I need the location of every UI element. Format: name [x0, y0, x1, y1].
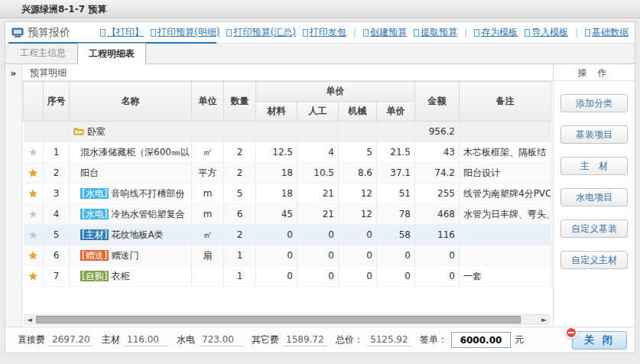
- table-row[interactable]: ★3[水电]音响线不打槽部份m518211251255线管为南塑牌4分PVC: [24, 184, 551, 204]
- horizontal-scrollbar[interactable]: ◄ ►: [24, 314, 550, 325]
- tag-badge: [赠送]: [80, 250, 109, 261]
- cell-amount: 43: [415, 142, 460, 163]
- scrollbar-thumb[interactable]: [36, 316, 521, 323]
- item-name-label: 衣柜: [111, 271, 129, 281]
- cell-amount: 956.2: [415, 122, 460, 142]
- cell-qty: 6: [224, 204, 256, 225]
- table-row[interactable]: ★7[自购]衣柜100000一套: [24, 266, 551, 287]
- cell-material: 0: [256, 266, 297, 287]
- scroll-right-arrow[interactable]: ►: [539, 315, 549, 324]
- cell-machine: 0: [339, 266, 377, 287]
- cell-no: 3: [44, 184, 70, 204]
- favorite-star[interactable]: ★: [28, 229, 38, 241]
- col-header-qty: 数量: [224, 82, 256, 122]
- col-header-star: [24, 82, 44, 122]
- cell-no: 2: [44, 163, 70, 184]
- cell-amount: 0: [415, 266, 460, 287]
- tag-badge: [自购]: [80, 271, 109, 281]
- tab-bar: 工程主信息工程明细表: [5, 44, 635, 64]
- link-print-budget-summary[interactable]: 打印预算(汇总): [226, 26, 295, 39]
- window-titlebar: 兴源绿洲8-1-7 预算: [0, 0, 640, 18]
- favorite-star[interactable]: ★: [28, 187, 38, 200]
- cell-star: [24, 122, 44, 142]
- toolbar-links: 【打印】打印预算(明细)打印预算(汇总)打印发包|创建预算提取预算|存为模板导入…: [100, 26, 629, 39]
- btn-base-install-item[interactable]: 基装项目: [560, 125, 628, 144]
- cell-remark: 阳台设计: [460, 163, 551, 184]
- sign-amount-input[interactable]: [451, 332, 511, 348]
- link-create-budget[interactable]: 创建预算: [363, 26, 407, 39]
- doc-icon: [303, 29, 308, 37]
- cell-remark: [460, 225, 551, 245]
- link-label: 创建预算: [370, 26, 407, 39]
- table-row[interactable]: ★5[主材]花纹地板A类㎡200058116: [24, 225, 551, 245]
- close-button-label: 关 闭: [584, 334, 615, 346]
- cell-price: 58: [377, 225, 415, 245]
- cell-machine: 8.6: [339, 163, 377, 184]
- cell-name: 阳台: [70, 163, 192, 184]
- btn-plumbing-electric[interactable]: 水电项目: [560, 188, 628, 206]
- doc-icon: [100, 29, 106, 37]
- cell-no: 1: [44, 142, 70, 163]
- item-name-label: 赠送门: [111, 250, 138, 261]
- cell-amount: 74.2: [415, 163, 460, 184]
- link-label: 存为模板: [481, 26, 518, 39]
- tab-project-detail[interactable]: 工程明细表: [77, 43, 146, 64]
- main-material-fee-label: 主材: [102, 333, 120, 346]
- favorite-star[interactable]: ★: [28, 249, 38, 262]
- cell-unit: 扇: [192, 245, 224, 266]
- cell-remark: 一套: [460, 266, 551, 287]
- link-print[interactable]: 【打印】: [100, 26, 144, 39]
- favorite-star[interactable]: ★: [28, 167, 38, 179]
- cell-machine: 12: [339, 204, 377, 225]
- link-extract-budget[interactable]: 提取预算: [414, 26, 457, 39]
- category-row[interactable]: 卧室956.2: [24, 122, 551, 142]
- link-label: 打印发包: [310, 26, 346, 39]
- cell-material: 18: [256, 163, 297, 184]
- btn-main-material[interactable]: 主 材: [560, 157, 628, 175]
- collapse-icon[interactable]: »: [11, 68, 17, 79]
- doc-icon: [414, 29, 419, 37]
- cell-remark: 木芯板框架、隔板结: [460, 142, 551, 163]
- cell-qty: 2: [224, 163, 256, 184]
- cell-remark: [460, 122, 551, 142]
- col-header-machine: 机械: [339, 102, 377, 122]
- link-import-template[interactable]: 导入模板: [525, 26, 568, 39]
- table-row[interactable]: ★4[水电]冷热水管铝塑复合m645211278468水管为日丰牌、弯头、: [24, 204, 551, 225]
- col-header-price: 单价: [377, 102, 415, 122]
- cell-price: 0: [377, 245, 415, 266]
- favorite-star[interactable]: ★: [28, 146, 38, 158]
- cell-material: 45: [256, 204, 297, 225]
- direct-fee-label: 直接费: [18, 333, 45, 346]
- cell-qty: 1: [224, 245, 256, 266]
- cell-unit: [192, 122, 224, 142]
- table-row[interactable]: ★2阳台平方21810.58.637.174.2阳台设计: [24, 163, 551, 184]
- cell-amount: 255: [415, 184, 460, 204]
- btn-add-category[interactable]: 添加分类: [560, 94, 628, 112]
- link-base-data[interactable]: 基础数据: [585, 26, 629, 39]
- action-panel-title: 操 作: [554, 64, 635, 81]
- direct-fee-value: 2697.20: [49, 334, 93, 346]
- link-label: 基础数据: [592, 26, 629, 39]
- cell-material: 18: [256, 184, 297, 204]
- cell-material: [256, 122, 297, 142]
- link-save-as-template[interactable]: 存为模板: [474, 26, 518, 39]
- cell-labor: 0: [297, 266, 339, 287]
- link-print-contract[interactable]: 打印发包: [303, 26, 346, 39]
- cell-amount: 468: [415, 204, 460, 225]
- btn-custom-base-install[interactable]: 自定义基装: [560, 219, 628, 238]
- favorite-star[interactable]: ★: [28, 208, 38, 220]
- link-print-budget-detail[interactable]: 打印预算(明细): [151, 26, 219, 39]
- budget-table-body: 卧室956.2★1混水漆储藏柜（深600㎜以㎡212.54521.543木芯板框…: [24, 122, 551, 287]
- cell-price: 21.5: [377, 142, 415, 163]
- col-header-material: 材料: [256, 102, 297, 122]
- favorite-star[interactable]: ★: [28, 270, 38, 282]
- scroll-left-arrow[interactable]: ◄: [24, 315, 34, 324]
- table-row[interactable]: ★6[赠送]赠送门扇100000: [24, 245, 551, 266]
- table-row[interactable]: ★1混水漆储藏柜（深600㎜以㎡212.54521.543木芯板框架、隔板结: [24, 142, 551, 163]
- cell-name: [主材]花纹地板A类: [70, 225, 192, 245]
- close-button[interactable]: 关 闭: [572, 331, 627, 349]
- cell-star: ★: [24, 184, 44, 204]
- tab-project-info[interactable]: 工程主信息: [8, 42, 77, 63]
- link-divider: |: [464, 28, 467, 38]
- btn-custom-main-material[interactable]: 自定义主材: [560, 251, 628, 269]
